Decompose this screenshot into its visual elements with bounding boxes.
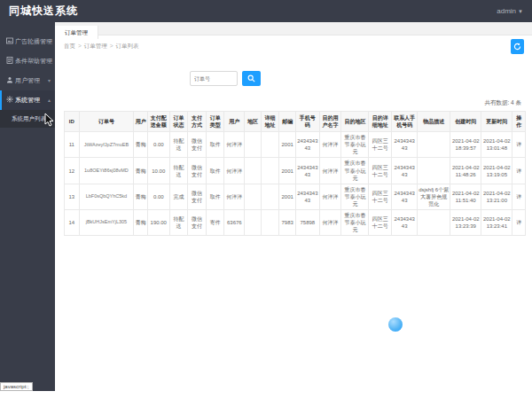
sidebar-item-label: 系统管理 xyxy=(15,97,40,103)
breadcrumb-item[interactable]: 订单管理 xyxy=(84,43,107,49)
column-header: 更新时间 xyxy=(481,112,512,132)
table-cell: 待配送 xyxy=(169,210,188,236)
table-cell: 何洋洋 xyxy=(319,184,341,209)
search-button[interactable] xyxy=(242,71,261,86)
column-header: 地区 xyxy=(245,112,262,132)
table-cell: 243434343 xyxy=(295,158,319,184)
table-cell: 何洋洋 xyxy=(319,132,341,158)
sidebar-item-label: 用户管理 xyxy=(15,77,40,83)
column-header: 手机号码 xyxy=(295,112,319,132)
table-cell: 2021-04-02 13:19:05 xyxy=(481,158,512,184)
table-row: 11JtWAzeyfJpZ7muEB青梅0.00待配送微信支付取件何洋洋2001… xyxy=(65,132,526,158)
chevron-down-icon: ▼ xyxy=(518,9,523,14)
search-icon xyxy=(247,74,255,82)
user-icon xyxy=(6,72,13,91)
table-cell: 待配送 xyxy=(169,132,188,158)
column-header: 支付配送金额 xyxy=(147,112,169,132)
table-cell: 微信支付 xyxy=(188,158,207,184)
table-cell: 何洋洋 xyxy=(224,184,245,209)
top-bar: 同城快送系统 admin▼ xyxy=(0,0,532,22)
app-title: 同城快送系统 xyxy=(9,0,78,22)
table-cell: 寄件 xyxy=(206,210,224,236)
table-cell: 完成 xyxy=(169,184,188,209)
table-cell xyxy=(261,184,279,209)
breadcrumb-item[interactable]: 订单列表 xyxy=(116,43,139,49)
table-cell: 7983 xyxy=(279,210,296,236)
sidebar-item-3[interactable]: 系统管理▴ xyxy=(0,90,55,110)
table-cell: 12 xyxy=(65,158,80,184)
table-cell: 75898 xyxy=(295,210,319,236)
sidebar-item-label: 条件帮助管理 xyxy=(15,58,52,64)
table-cell xyxy=(261,132,279,158)
table-cell: 2021-04-02 13:23:39 xyxy=(450,210,481,236)
column-header: 详细地址 xyxy=(261,112,279,132)
detail-link[interactable]: 详 xyxy=(516,168,521,174)
carousel-icon xyxy=(6,33,13,52)
table-cell: 取件 xyxy=(206,132,224,158)
refresh-icon xyxy=(513,43,521,51)
table-cell: 0.00 xyxy=(147,132,169,158)
table-cell: 重庆市春节泰小玩元 xyxy=(341,210,369,236)
chat-bubble-button[interactable] xyxy=(388,317,403,332)
table-cell: 取件 xyxy=(206,158,224,184)
page: 同城快送系统 admin▼ 广告轮播管理▾条件帮助管理▾用户管理▾系统管理▴系统… xyxy=(0,0,532,399)
column-header: 支付方式 xyxy=(188,112,207,132)
column-header: 邮编 xyxy=(279,112,296,132)
table-cell: 详 xyxy=(512,184,526,209)
table-cell: 青梅 xyxy=(134,184,147,209)
breadcrumb: 首页>订单管理>订单列表 xyxy=(55,35,532,57)
table-cell: 2001 xyxy=(279,132,296,158)
table-cell: 取件 xyxy=(206,184,224,209)
table-row: 13LbF0sQbQYhC5kd青梅0.00完成微信支付取件何洋洋2001243… xyxy=(65,184,526,209)
table-cell: 四区三十二号 xyxy=(369,132,392,158)
sidebar-item-0[interactable]: 广告轮播管理▾ xyxy=(0,32,55,51)
table-cell xyxy=(261,158,279,184)
detail-link[interactable]: 详 xyxy=(516,142,521,147)
orders-table: ID订单号用户支付配送金额订单状态支付方式订单类型用户地区详细地址邮编手机号码目… xyxy=(64,111,526,236)
table-cell: 243434343 xyxy=(392,184,418,209)
table-cell: 2001 xyxy=(279,158,296,184)
column-header: 用户 xyxy=(224,112,245,132)
table-cell xyxy=(418,210,450,236)
refresh-button[interactable] xyxy=(511,39,524,54)
table-cell: 重庆市春节泰小玩元 xyxy=(341,184,369,209)
table-cell xyxy=(418,158,450,184)
column-header: 操作 xyxy=(512,112,526,132)
gear-icon xyxy=(6,91,13,111)
table-cell: 何洋洋 xyxy=(224,132,245,158)
sidebar-item-1[interactable]: 条件帮助管理▾ xyxy=(0,51,55,71)
table-cell xyxy=(418,132,450,158)
table-cell: 243434343 xyxy=(392,210,418,236)
sidebar-item-2[interactable]: 用户管理▾ xyxy=(0,71,55,90)
order-number-input[interactable] xyxy=(190,71,238,86)
table-cell: 重庆市春节泰小玩元 xyxy=(341,132,369,158)
table-cell: 待配送 xyxy=(169,158,188,184)
column-header: 目的详细地址 xyxy=(369,112,392,132)
chevron-icon: ▾ xyxy=(48,32,51,51)
column-header: 订单号 xyxy=(79,112,134,132)
table-cell xyxy=(245,132,262,158)
column-header: ID xyxy=(65,112,80,132)
table-cell: 2001 xyxy=(279,184,296,209)
column-header: 订单状态 xyxy=(169,112,188,132)
table-cell: 1u8OEYt86sj08vMD xyxy=(79,158,134,184)
sidebar-item-label: 广告轮播管理 xyxy=(15,38,52,44)
mouse-cursor xyxy=(44,113,55,127)
table-cell: 2021-04-02 13:23:41 xyxy=(481,210,512,236)
table-cell: 243434343 xyxy=(295,184,319,209)
table-cell: JtWAzeyfJpZ7muEB xyxy=(79,132,134,158)
table-cell: 13 xyxy=(65,184,80,209)
breadcrumb-item[interactable]: 首页 xyxy=(64,43,75,49)
detail-link[interactable]: 详 xyxy=(516,220,521,225)
table-cell: 243434343 xyxy=(392,158,418,184)
table-cell: 青梅 xyxy=(134,132,147,158)
table-cell: 243434343 xyxy=(295,132,319,158)
detail-link[interactable]: 详 xyxy=(516,194,521,200)
status-bar-link-hint: javascript:; xyxy=(0,382,33,391)
user-menu[interactable]: admin▼ xyxy=(497,0,523,23)
table-cell: 青梅 xyxy=(134,158,147,184)
table-cell: 详 xyxy=(512,158,526,184)
tab-bar: 订单管理 xyxy=(55,22,532,35)
column-header: 联系人手机号码 xyxy=(392,112,418,132)
table-cell: 微信支付 xyxy=(188,210,207,236)
